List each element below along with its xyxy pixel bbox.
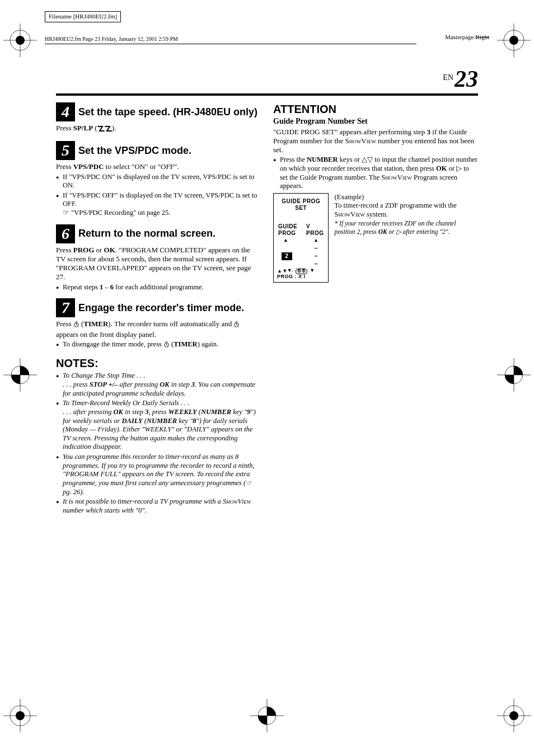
timer-icon [233, 321, 240, 330]
example-text: (Example) To timer-record a ZDF programm… [334, 193, 478, 237]
list-item: You can programme this recorder to timer… [56, 453, 261, 496]
list-item: To Change The Stop Time . . . . . . pres… [56, 372, 261, 398]
notes-heading: NOTES: [56, 356, 261, 370]
svg-line-31 [237, 325, 238, 326]
step-4: 4 Set the tape speed. (HR-J480EU only) P… [56, 102, 261, 134]
list-item: It is not possible to timer-record a TV … [56, 497, 261, 515]
timer-icon [163, 341, 170, 350]
list-item: Repeat steps 1 – 6 for each additional p… [56, 283, 261, 292]
step-body: Press VPS/PDC to select "ON" or "OFF". [56, 162, 261, 171]
osd-col-label: V PROG [306, 223, 324, 237]
step-5: 5 Set the VPS/PDC mode. Press VPS/PDC to… [56, 141, 261, 217]
osd-title: GUIDE PROG SET [277, 198, 325, 212]
crop-mark-icon [497, 24, 531, 57]
crop-mark-icon [3, 24, 37, 57]
crop-mark-icon [250, 699, 284, 732]
running-header: HRJ480EU2.fm Page 23 Friday, January 12,… [45, 36, 416, 44]
osd-screen: GUIDE PROG SET GUIDE PROG V PROG ▲▲ 2 – … [273, 193, 329, 283]
left-column: 4 Set the tape speed. (HR-J480EU only) P… [56, 102, 261, 516]
step-6: 6 Return to the normal screen. Press PRO… [56, 224, 261, 292]
svg-rect-28 [76, 322, 77, 322]
osd-selected-value: 2 [282, 252, 292, 260]
attention-subheading: Guide Program Number Set [273, 116, 478, 126]
filename-label: Filename [HRJ480EU2.fm] [45, 11, 121, 22]
right-column: ATTENTION Guide Program Number Set "GUID… [273, 102, 478, 516]
right-triangle-icon: ▷ [396, 228, 401, 235]
svg-line-27 [76, 325, 77, 326]
svg-rect-36 [166, 341, 167, 342]
step-number-badge: 6 [56, 224, 75, 243]
attention-heading: ATTENTION [273, 102, 478, 116]
list-item: Press the NUMBER keys or △▽ to input the… [273, 156, 478, 191]
list-item: To disengage the timer mode, press (TIME… [56, 340, 261, 350]
osd-arrow-icon: ▲ [283, 237, 288, 243]
list-item: If "VPS/PDC ON" is displayed on the TV s… [56, 173, 261, 190]
osd-arrow-icon: ▼ [310, 267, 315, 274]
step-number-badge: 4 [56, 102, 75, 121]
svg-line-35 [166, 345, 167, 345]
step-title: Engage the recorder's timer mode. [78, 303, 244, 313]
step-number-badge: 7 [56, 298, 75, 317]
osd-dashes: – – – [315, 245, 325, 267]
page-number: EN23 [443, 64, 478, 94]
crop-mark-icon [497, 699, 531, 732]
step-number-badge: 5 [56, 141, 75, 160]
step-title: Set the tape speed. (HR-J480EU only) [78, 107, 257, 118]
step-body: Press PROG or OK. "PROGRAM COMPLETED" ap… [56, 246, 261, 282]
step-title: Return to the normal screen. [78, 228, 216, 239]
svg-rect-32 [236, 322, 238, 322]
list-item: To Timer-Record Weekly Or Daily Serials … [56, 399, 261, 452]
masterpage-key: Masterpage: [445, 34, 475, 40]
osd-footer: ▲▼ → ⦿⦿ PROG : X I [277, 269, 307, 280]
masterpage-value: Right [476, 34, 489, 40]
osd-arrow-icon: ▲ [313, 237, 318, 243]
up-down-triangle-icon: △▽ [362, 156, 373, 163]
sp-lp-icon [97, 125, 112, 134]
masterpage-label: Masterpage:Right [445, 34, 489, 41]
header-rule [56, 93, 478, 96]
page-lang-label: EN [443, 73, 453, 82]
step-title: Set the VPS/PDC mode. [78, 145, 191, 156]
crop-mark-icon [497, 358, 531, 392]
list-item: If "VPS/PDC OFF" is displayed on the TV … [56, 191, 261, 218]
osd-col-label: GUIDE PROG [278, 223, 306, 237]
attention-body: "GUIDE PROG SET" appears after performin… [273, 128, 478, 155]
page-number-value: 23 [455, 66, 478, 92]
timer-icon [73, 321, 79, 330]
step-body: Press (TIMER). The recorder turns off au… [56, 320, 261, 339]
step-body: Press SP/LP (). [56, 124, 261, 134]
right-triangle-icon: ▷ [456, 165, 462, 172]
step-7: 7 Engage the recorder's timer mode. Pres… [56, 298, 261, 350]
crop-mark-icon [3, 358, 37, 392]
crop-mark-icon [3, 699, 37, 732]
